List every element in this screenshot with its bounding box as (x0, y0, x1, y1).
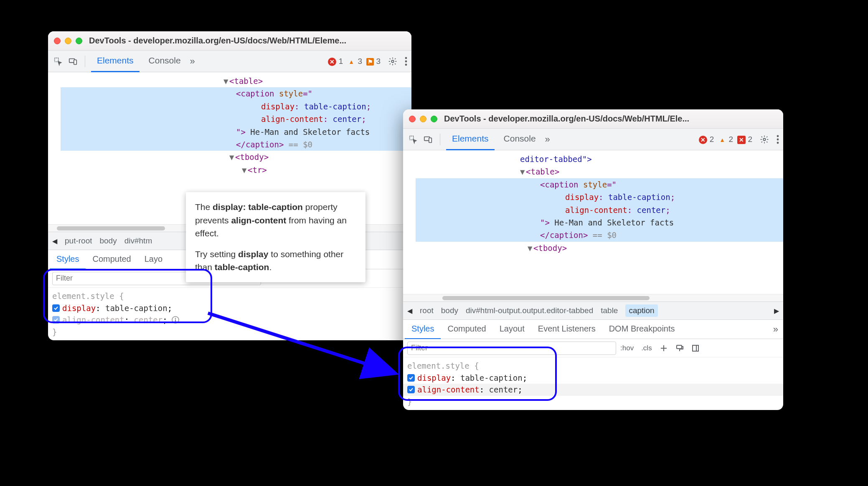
zoom-window-button[interactable] (431, 116, 437, 122)
subtab-dom-breakpoints[interactable]: DOM Breakpoints (602, 320, 682, 339)
breadcrumb-item[interactable]: body (99, 236, 117, 246)
subtab-event-listeners[interactable]: Event Listeners (531, 320, 602, 339)
svg-rect-18 (693, 345, 698, 351)
titlebar[interactable]: DevTools - developer.mozilla.org/en-US/d… (48, 31, 411, 51)
main-toolbar: Elements Console » ✕ 1 ▲ 3 ⚑ 3 (48, 51, 411, 72)
error-count[interactable]: ✕ 2 (699, 135, 714, 144)
status-counts[interactable]: ✕ 1 ▲ 3 ⚑ 3 (328, 57, 381, 66)
hov-toggle[interactable]: :hov (620, 344, 634, 352)
svg-point-14 (777, 135, 779, 137)
svg-point-15 (777, 138, 779, 140)
styles-rules[interactable]: element.style { display: table-caption; … (48, 288, 411, 340)
kebab-menu-icon[interactable] (405, 57, 407, 66)
svg-point-8 (175, 318, 176, 319)
info-icon[interactable] (172, 316, 179, 324)
status-counts[interactable]: ✕ 2 ▲ 2 ✕ 2 (699, 135, 752, 144)
traffic-lights (409, 116, 437, 122)
rule-checkbox[interactable] (407, 386, 415, 393)
breadcrumb-item-selected[interactable]: caption (625, 304, 657, 317)
breadcrumb[interactable]: ◀ root body div#html-output.output.edito… (403, 301, 783, 320)
window-title: DevTools - developer.mozilla.org/en-US/d… (444, 114, 689, 124)
subtab-styles[interactable]: Styles (50, 250, 86, 269)
breadcrumb-item[interactable]: div#htm (124, 236, 152, 246)
svg-point-16 (777, 142, 779, 144)
close-window-button[interactable] (409, 116, 416, 122)
svg-point-13 (763, 138, 766, 141)
subtab-layout[interactable]: Layout (493, 320, 531, 339)
styles-filter-bar: :hov .cls (403, 339, 783, 357)
rule-checkbox[interactable] (407, 374, 415, 382)
cls-toggle[interactable]: .cls (641, 344, 652, 352)
rule-checkbox[interactable] (52, 316, 60, 324)
more-tabs-icon[interactable]: » (545, 135, 550, 144)
minimize-window-button[interactable] (65, 38, 71, 44)
svg-rect-2 (74, 60, 76, 64)
css-hint-tooltip: The display: table-caption property prev… (186, 192, 365, 282)
breadcrumb-prev-icon[interactable]: ◀ (52, 237, 57, 245)
error-count[interactable]: ✕ 1 (328, 57, 343, 66)
svg-point-6 (405, 63, 407, 66)
breadcrumb-item[interactable]: body (441, 306, 458, 315)
subtab-layout[interactable]: Layo (138, 250, 169, 269)
svg-point-3 (391, 60, 394, 63)
subtab-computed[interactable]: Computed (86, 250, 137, 269)
devtools-window-left: DevTools - developer.mozilla.org/en-US/d… (48, 31, 411, 340)
svg-rect-17 (677, 345, 682, 349)
main-toolbar: Elements Console » ✕ 2 ▲ 2 ✕ 2 (403, 129, 783, 150)
devtools-window-right: DevTools - developer.mozilla.org/en-US/d… (403, 109, 783, 410)
minimize-window-button[interactable] (420, 116, 426, 122)
styles-rules[interactable]: element.style { display: table-caption; … (403, 357, 783, 410)
more-subtabs-icon[interactable]: » (773, 325, 782, 334)
warning-count[interactable]: ▲ 3 (347, 57, 362, 66)
computed-panel-icon[interactable] (691, 344, 700, 352)
tab-console[interactable]: Console (143, 51, 187, 72)
close-window-button[interactable] (54, 38, 61, 44)
breadcrumb-item[interactable]: root (420, 306, 434, 315)
settings-gear-icon[interactable] (388, 57, 397, 66)
zoom-window-button[interactable] (76, 38, 82, 44)
svg-point-4 (405, 57, 407, 59)
subtab-computed[interactable]: Computed (441, 320, 492, 339)
breadcrumb-item[interactable]: table (601, 306, 618, 315)
tab-console[interactable]: Console (498, 129, 542, 150)
breadcrumb-item[interactable]: div#html-output.output.editor-tabbed (466, 306, 593, 315)
svg-rect-12 (429, 138, 431, 142)
issue-count[interactable]: ✕ 2 (737, 135, 752, 144)
svg-rect-9 (175, 319, 176, 321)
breadcrumb-item[interactable]: put-root (65, 236, 92, 246)
breadcrumb-prev-icon[interactable]: ◀ (407, 307, 412, 315)
subtab-styles[interactable]: Styles (405, 320, 441, 339)
rule-checkbox[interactable] (52, 304, 60, 312)
breadcrumb-next-icon[interactable]: ▶ (774, 307, 779, 315)
styles-subtabs: Styles Computed Layout Event Listeners D… (403, 320, 783, 339)
inspect-icon[interactable] (52, 57, 64, 66)
device-toggle-icon[interactable] (422, 135, 434, 144)
new-rule-icon[interactable] (660, 344, 668, 352)
device-toggle-icon[interactable] (67, 57, 79, 66)
settings-gear-icon[interactable] (760, 135, 769, 144)
more-tabs-icon[interactable]: » (190, 57, 195, 66)
paint-icon[interactable] (675, 344, 684, 352)
tab-elements[interactable]: Elements (91, 51, 140, 72)
svg-point-5 (405, 60, 407, 62)
inspect-icon[interactable] (407, 135, 419, 144)
window-title: DevTools - developer.mozilla.org/en-US/d… (89, 36, 346, 46)
kebab-menu-icon[interactable] (777, 135, 779, 144)
issue-count[interactable]: ⚑ 3 (366, 57, 381, 66)
warning-count[interactable]: ▲ 2 (718, 135, 733, 144)
dom-scrollbar[interactable] (403, 294, 783, 301)
traffic-lights (54, 38, 82, 44)
titlebar[interactable]: DevTools - developer.mozilla.org/en-US/d… (403, 109, 783, 129)
styles-filter-input[interactable] (407, 342, 616, 355)
dom-tree[interactable]: editor-tabbed"> ▼<table> <caption style=… (403, 150, 783, 294)
tab-elements[interactable]: Elements (446, 129, 495, 150)
